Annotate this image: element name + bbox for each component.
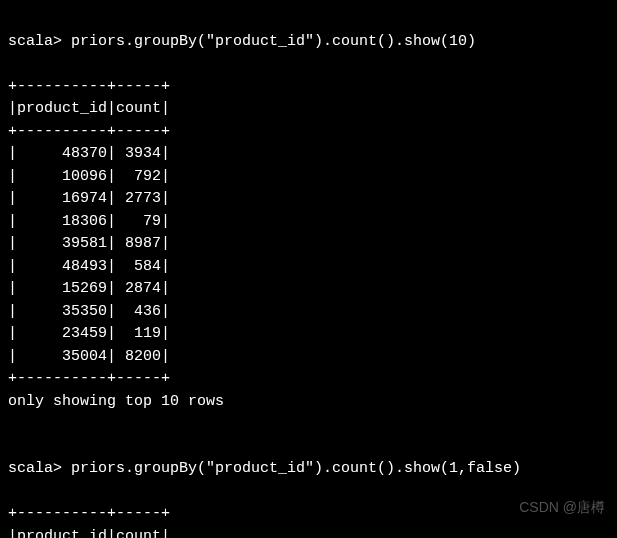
terminal-output: scala> priors.groupBy("product_id").coun… bbox=[8, 8, 609, 538]
table1-row: | 10096| 792| bbox=[8, 168, 170, 185]
scala-prompt-1[interactable]: scala> priors.groupBy("product_id").coun… bbox=[8, 31, 609, 54]
table1-row: | 39581| 8987| bbox=[8, 235, 170, 252]
table1-footer: only showing top 10 rows bbox=[8, 393, 224, 410]
table1-border-mid: +----------+-----+ bbox=[8, 123, 170, 140]
table2-header: |product_id|count| bbox=[8, 528, 170, 539]
table1-border-bottom: +----------+-----+ bbox=[8, 370, 170, 387]
scala-prompt-2[interactable]: scala> priors.groupBy("product_id").coun… bbox=[8, 458, 609, 481]
table1-row: | 48493| 584| bbox=[8, 258, 170, 275]
watermark: CSDN @唐樽 bbox=[519, 497, 605, 518]
table1-row: | 16974| 2773| bbox=[8, 190, 170, 207]
table1-header: |product_id|count| bbox=[8, 100, 170, 117]
table1-row: | 35004| 8200| bbox=[8, 348, 170, 365]
table1-row: | 35350| 436| bbox=[8, 303, 170, 320]
table2-border-top: +----------+-----+ bbox=[8, 505, 170, 522]
table1-row: | 15269| 2874| bbox=[8, 280, 170, 297]
table1-row: | 23459| 119| bbox=[8, 325, 170, 342]
table1-row: | 18306| 79| bbox=[8, 213, 170, 230]
table1-border-top: +----------+-----+ bbox=[8, 78, 170, 95]
table1-row: | 48370| 3934| bbox=[8, 145, 170, 162]
